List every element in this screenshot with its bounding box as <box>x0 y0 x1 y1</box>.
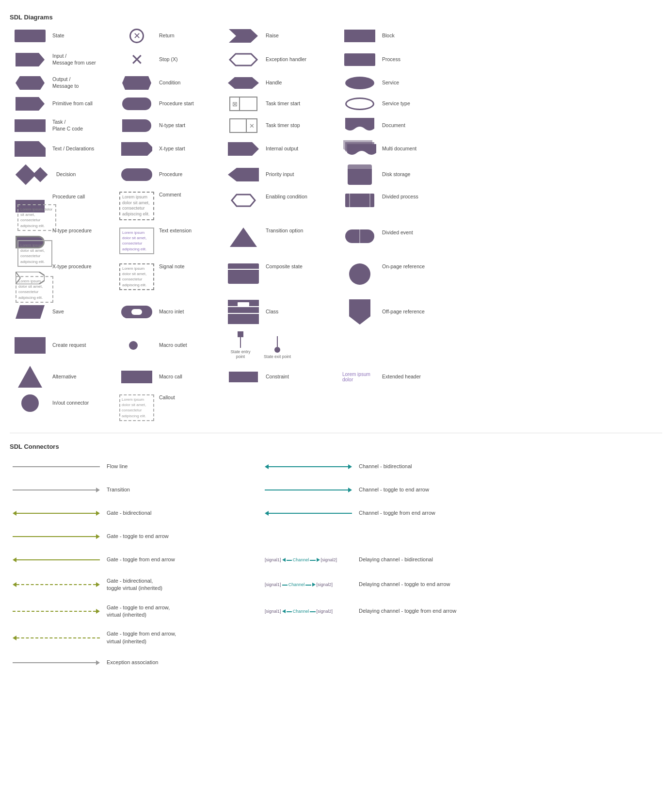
connector-gate-toggle-from-virtual: Gate - toggle from end arrow,virtual (in… <box>10 625 262 650</box>
macro-call-label: Macro call <box>159 374 182 380</box>
task-timer-start-label: Task timer start <box>266 100 300 107</box>
raise-shape <box>229 29 258 43</box>
connector-channel-toggle-end: Channel - toggle to end arrow <box>262 479 514 501</box>
procedure-label: Procedure <box>159 171 182 178</box>
return-label: Return <box>159 33 175 39</box>
shape-return: ✕ Return <box>116 27 223 45</box>
output-shape <box>16 76 45 90</box>
exception-handler-label: Exception handler <box>266 56 306 63</box>
divided-event-shape <box>345 229 374 243</box>
macro-outlet-shape <box>129 341 138 350</box>
return-shape: ✕ <box>129 29 144 43</box>
multi-document-label: Multi document <box>382 146 416 152</box>
task-timer-stop-label: Task timer stop <box>266 122 300 129</box>
channel-toggle-from-shape <box>265 511 352 516</box>
state-entry-label: State entry point <box>226 349 255 359</box>
output-label: Output /Message to <box>52 76 79 89</box>
shape-document: Document <box>339 116 436 135</box>
shape-decision: Decision <box>10 165 116 184</box>
shape-on-page-ref: On-page reference <box>339 261 436 287</box>
multi-document-shape <box>343 140 376 158</box>
connector-gate-bidir: Gate - bidirectional <box>10 503 262 524</box>
shape-extended-header-row: Lorem ipsum dolor Extended header <box>339 368 436 386</box>
extended-header-text: Lorem ipsum dolor <box>342 372 377 382</box>
xtype-procedure-label: X-type procedure <box>52 263 92 270</box>
on-page-ref-shape <box>349 263 370 285</box>
shape-exception-handler: Exception handler <box>223 51 339 68</box>
shape-xtype-procedure: Lorem ipsum dolor sit amet, consectetur … <box>10 261 116 294</box>
shape-class: Class <box>223 298 339 326</box>
divided-process-shape <box>345 194 374 207</box>
shape-procedure: Procedure <box>116 166 223 183</box>
shape-task: Task /Plane C code <box>10 117 116 134</box>
gate-toggle-from-shape <box>13 557 100 562</box>
ntype-start-label: N-type start <box>159 122 185 129</box>
delaying-toggle-end-shape: [signal1] Channel [signal2] <box>265 582 333 587</box>
divided-process-label: Divided process <box>382 194 418 200</box>
shape-multi-document: Multi document <box>339 138 436 160</box>
priority-input-shape <box>228 168 259 181</box>
exception-handler-shape <box>228 53 259 66</box>
connector-gate-bidir-virtual: Gate - bidirectional,toggle virtual (inh… <box>10 572 262 597</box>
gate-bidir-shape <box>13 511 100 516</box>
shape-internal-output: Internal output <box>223 140 339 158</box>
stop-shape: ✕ <box>127 50 146 69</box>
shape-ntype-start: N-type start <box>116 117 223 134</box>
procedure-call-label: Procedure call <box>52 194 85 200</box>
connector-flow-line: Flow line <box>10 456 262 477</box>
svg-marker-4 <box>228 142 259 156</box>
shape-disk-storage: Disk storage <box>339 163 436 187</box>
sdl-connectors-title: SDL Connectors <box>10 443 662 450</box>
connector-delaying-toggle-end: [signal1] Channel [signal2] Delaying cha… <box>262 572 514 597</box>
svg-marker-2 <box>15 141 46 157</box>
channel-toggle-end-label: Channel - toggle to end arrow <box>359 486 429 493</box>
shape-service: Service <box>339 74 436 92</box>
gate-toggle-end-virtual-shape <box>13 609 100 614</box>
shape-composite-state: Composite state <box>223 261 339 286</box>
shape-input: Input /Message from user <box>10 51 116 68</box>
callout-shape: Lorem ipsum dolor sit amet, consectetur … <box>119 394 154 421</box>
service-type-label: Service type <box>382 100 410 107</box>
task-shape <box>15 119 46 132</box>
xtype-procedure-ext: Lorem ipsum dolor sit amet, consectetur … <box>16 276 53 303</box>
svg-marker-6 <box>232 195 255 206</box>
state-shape <box>15 30 46 42</box>
decision-label: Decision <box>56 171 76 178</box>
service-type-shape <box>345 98 374 110</box>
shape-constraint: Constraint <box>223 368 339 386</box>
composite-state-label: Composite state <box>266 263 303 270</box>
service-shape <box>345 77 374 89</box>
alternative-label: Alternative <box>52 374 77 380</box>
comment-label: Comment <box>159 192 181 198</box>
procedure-shape <box>121 168 152 181</box>
shape-transition-option: Transition option <box>223 226 339 249</box>
ntype-procedure-label: N-type procedure <box>52 228 92 234</box>
composite-state-shape <box>228 263 259 284</box>
divided-event-label: Divided event <box>382 229 413 236</box>
gate-toggle-from-virtual-label: Gate - toggle from end arrow,virtual (in… <box>107 630 176 645</box>
disk-storage-shape <box>348 164 372 185</box>
save-label: Save <box>52 309 64 315</box>
connector-gate-toggle-from: Gate - toggle from end arrow <box>10 549 262 571</box>
shape-service-type: Service type <box>339 95 436 113</box>
shape-state-entry-exit: State entry point State exit point <box>223 329 339 361</box>
svg-rect-16 <box>238 302 249 306</box>
process-shape <box>344 53 375 66</box>
state-exit-point: State exit point <box>263 336 292 359</box>
decision-shape-2 <box>32 167 48 182</box>
create-request-shape <box>15 337 46 354</box>
signal-note-shape: Lorem ipsum dolor sit amet, consectetur … <box>119 263 154 290</box>
shape-primitive-call: Primitive from call <box>10 95 116 113</box>
shape-macro-outlet: Macro outlet <box>116 337 223 354</box>
delaying-toggle-from-label: Delaying channel - toggle from end arrow <box>359 607 456 615</box>
svg-marker-5 <box>228 168 259 181</box>
shape-enabling-condition: Enabling condition <box>223 190 339 209</box>
shape-save: Save <box>10 303 116 321</box>
procedure-call-comment: Lorem ipsum dolor sit amet, consectetur … <box>17 204 56 231</box>
inout-connector-label: In/out connector <box>52 400 89 407</box>
sdl-connectors-section: SDL Connectors Flow line Channel - bidir… <box>10 433 662 673</box>
flow-line-label: Flow line <box>107 463 128 470</box>
shape-macro-call: Macro call <box>116 368 223 386</box>
shape-alternative: Alternative <box>10 364 116 390</box>
flow-line-shape <box>13 466 100 467</box>
